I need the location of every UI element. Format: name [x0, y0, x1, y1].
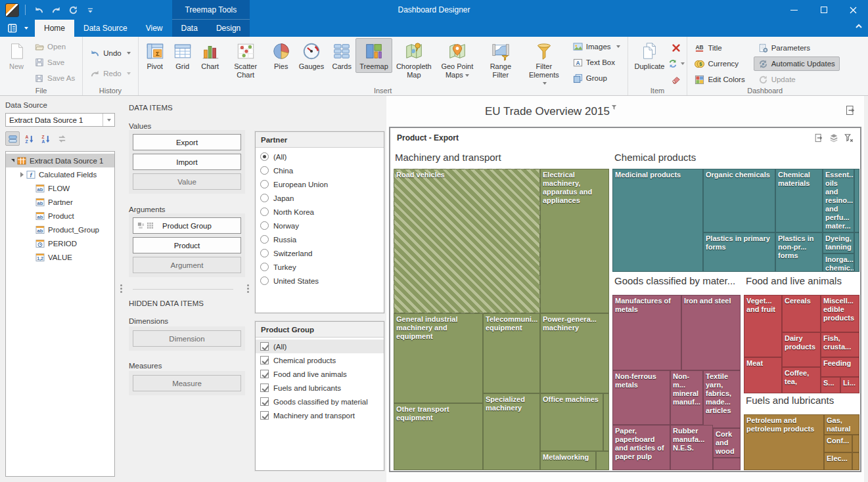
tab-home[interactable]: Home [35, 20, 74, 37]
treemap-tile-dyeing-tanning[interactable]: Dyeing, tanning [823, 232, 854, 253]
treemap-tile-power-genera-machinery[interactable]: Power-genera... machinery [540, 313, 609, 393]
treemap-tile[interactable] [854, 169, 859, 232]
product-group-option-chemical-products[interactable]: Chemical products [256, 353, 384, 367]
treemap-tile-metalworking[interactable]: Metalworking [540, 451, 596, 470]
treemap-tile-iron-and-steel[interactable]: Iron and steel [681, 295, 741, 370]
partner-option-switzerland[interactable]: Switzerland [256, 246, 384, 260]
duplicate-button[interactable]: Duplicate [631, 38, 669, 73]
treemap-tile-meat[interactable]: Meat [744, 357, 782, 393]
pivot-button[interactable]: ΣPivot [141, 38, 169, 73]
treemap-tile-paper-paperboard-and-articles-of-paper-pulp[interactable]: Paper, paperboard and articles of paper … [612, 425, 670, 470]
field-list-button[interactable] [5, 131, 20, 146]
treemap-tile-miscell-edible-products[interactable]: Miscell... edible products [821, 295, 859, 332]
treemap-tile-cereals[interactable]: Cereals [782, 295, 821, 332]
convert-item-button[interactable] [668, 56, 684, 71]
delete-item-button[interactable] [668, 41, 684, 55]
group-button[interactable]: Group [568, 71, 625, 85]
radio-icon[interactable] [260, 194, 269, 202]
edit-colors-button[interactable]: Edit Colors [690, 72, 749, 87]
treemap-tile-plastics-in-primary-forms[interactable]: Plastics in primary forms [703, 232, 775, 272]
checkbox-checked-icon[interactable] [260, 411, 269, 420]
field-tree-item-product[interactable]: abProduct [6, 209, 114, 223]
treemap-tile[interactable] [852, 435, 859, 452]
images-button[interactable]: Images [568, 39, 625, 54]
partner-option-united-states[interactable]: United States [256, 274, 384, 288]
refresh-icon[interactable] [64, 3, 81, 17]
filter-elements-button[interactable]: Filter Elements [522, 38, 566, 89]
treemap-tile-office-machines[interactable]: Office machines [540, 393, 603, 451]
automatic-updates-button[interactable]: Automatic Updates [754, 56, 840, 71]
treemap-tile[interactable] [596, 451, 609, 470]
treemap-tile-electrical-machinery-apparatus-and-appliances[interactable]: Electrical machinery, apparatus and appl… [540, 169, 609, 313]
product-group-option-food-and-live-animals[interactable]: Food and live animals [256, 367, 384, 381]
treemap-tile[interactable] [852, 452, 859, 470]
radio-icon[interactable] [260, 263, 269, 271]
radio-icon[interactable] [260, 166, 269, 175]
partner-option-japan[interactable]: Japan [256, 191, 384, 205]
radio-icon[interactable] [260, 180, 269, 188]
treemap-tile-elec[interactable]: Elec... [824, 452, 852, 470]
product-group-option-machinery-and-transport[interactable]: Machinery and transport [256, 408, 384, 422]
save-as-button[interactable]: Save As [30, 71, 80, 85]
treemap-tile-dairy-products[interactable]: Dairy products [782, 332, 821, 367]
data-source-selector[interactable]: Extract Data Source 1 [5, 113, 115, 127]
currency-button[interactable]: $Currency [690, 56, 749, 71]
export-dashboard-icon[interactable] [845, 105, 856, 116]
product-group-option-goods-classified-by-material[interactable]: Goods classified by material [256, 395, 384, 408]
treemap-button[interactable]: Treemap [355, 38, 392, 73]
treemap-tile-cork-and-wood[interactable]: Cork and wood [713, 428, 741, 458]
title-button[interactable]: ABTitle [690, 41, 749, 55]
treemap-tile-petroleum-and-petroleum-products[interactable]: Petroleum and petroleum products [744, 414, 824, 470]
collapse-arrow-icon[interactable] [9, 159, 17, 162]
undo-button[interactable]: Undo [85, 46, 135, 60]
partner-option-all[interactable]: (All) [256, 150, 384, 164]
treemap-tile-specialized-machinery[interactable]: Specialized machinery [483, 393, 540, 470]
data-item-export[interactable]: Export [133, 134, 241, 150]
field-tree-item-value[interactable]: 1,2VALUE [6, 250, 114, 264]
data-item-value[interactable]: Value [133, 173, 241, 190]
treemap-tile-organic-chemicals[interactable]: Organic chemicals [703, 169, 775, 232]
radio-icon[interactable] [260, 208, 269, 216]
customize-icon[interactable] [81, 3, 99, 17]
treemap-tile-medicinal-products[interactable]: Medicinal products [612, 169, 703, 272]
treemap-tile-veget-and-fruit[interactable]: Veget... and fruit [744, 295, 782, 357]
data-item-measure[interactable]: Measure [133, 375, 241, 391]
filter-sup-icon[interactable] [611, 104, 617, 110]
treemap-tile-li[interactable]: Li... [840, 377, 859, 393]
open-button[interactable]: Open [30, 39, 80, 54]
treemap-tile-manufactures-of-metals[interactable]: Manufactures of metals [612, 295, 681, 370]
splitter-handle-icon[interactable] [247, 284, 249, 294]
minimize-icon[interactable] [779, 0, 809, 20]
tab-data-source[interactable]: Data Source [74, 20, 137, 37]
collapse-ribbon-icon[interactable] [855, 22, 863, 32]
treemap-tile-feeding[interactable]: Feeding [821, 357, 859, 377]
tab-view[interactable]: View [137, 20, 172, 37]
grid-button[interactable]: Grid [169, 38, 196, 73]
treemap-tile-fish-crusta[interactable]: Fish, crusta... [821, 332, 859, 357]
scatter-chart-button[interactable]: Scatter Chart [224, 38, 267, 81]
radio-icon[interactable] [260, 276, 269, 285]
maximize-icon[interactable] [809, 0, 838, 20]
partner-option-norway[interactable]: Norway [256, 219, 384, 232]
choropleth-map-button[interactable]: Choropleth Map [392, 38, 436, 81]
application-menu-button[interactable] [0, 20, 35, 37]
chart-button[interactable]: Chart [196, 38, 224, 73]
export-to-icon[interactable] [814, 133, 823, 142]
treemap-tile-non-ferrous-metals[interactable]: Non-ferrous metals [612, 370, 670, 425]
new-button[interactable]: New [3, 38, 30, 73]
treemap-tile-non-m-mineral-manuf[interactable]: Non-m... mineral manuf... [670, 370, 703, 425]
redo-button[interactable]: Redo [85, 66, 135, 81]
treemap-tile[interactable] [713, 458, 741, 470]
pies-button[interactable]: Pies [267, 38, 295, 73]
treemap-item-panel[interactable]: Product - Export Machinery and transport… [389, 127, 861, 472]
clear-item-button[interactable] [668, 72, 684, 87]
sort-az-button[interactable]: AZ [22, 131, 36, 146]
checkbox-checked-icon[interactable] [260, 397, 269, 406]
treemap-tile-gas-natural[interactable]: Gas, natural [824, 414, 859, 435]
treemap-tile-inorga-chemic[interactable]: Inorga... chemic... [823, 253, 854, 272]
treemap-tile-textile-yarn-fabrics-made-articles[interactable]: Textile yarn, fabrics, made... articles [703, 370, 741, 428]
treemap-tile-general-industrial-machinery-and-equipment[interactable]: General industrial machinery and equipme… [394, 313, 483, 403]
radio-icon[interactable] [260, 221, 269, 230]
data-item-import[interactable]: Import [133, 154, 241, 170]
data-item-dimension[interactable]: Dimension [133, 330, 241, 347]
